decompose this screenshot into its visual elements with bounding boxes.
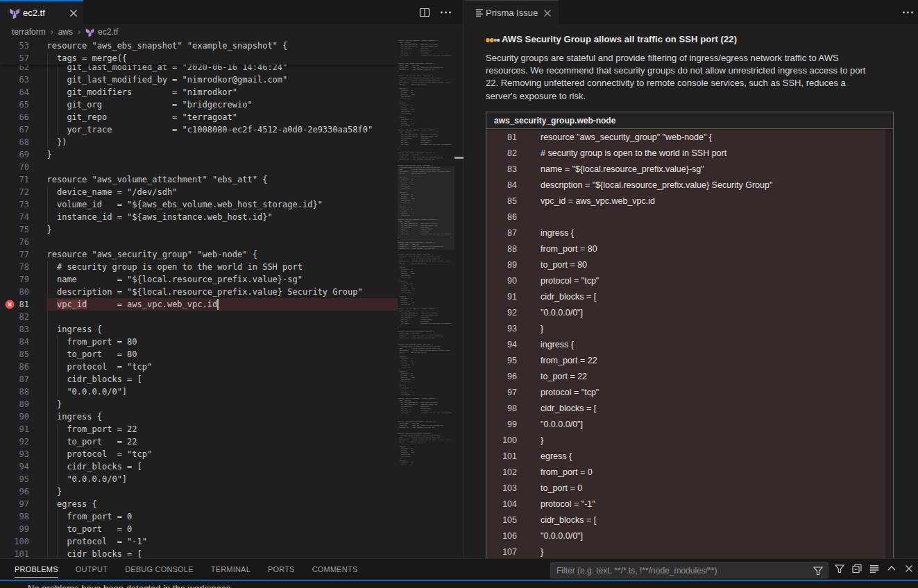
line-number: 76: [0, 236, 29, 248]
tab-close-icon[interactable]: [542, 8, 553, 19]
code-text: to_port = 0: [541, 481, 582, 496]
filter-funnel-icon[interactable]: [813, 565, 824, 576]
tab-ec2-tf[interactable]: ec2.tf: [0, 0, 83, 24]
line-number: 81: [486, 130, 517, 146]
code-line: 71resource "aws_volume_attachment" "ebs_…: [0, 173, 398, 186]
code-line: 95 "0.0.0.0/0"]: [0, 473, 398, 485]
line-number: 93: [0, 448, 29, 460]
code-line: 90 ingress {: [0, 410, 398, 423]
issue-code-line: 98cidr_blocks = [: [486, 401, 893, 417]
code-text: vpc_id = aws_vpc.web_vpc.id: [47, 298, 218, 311]
more-actions-icon[interactable]: [440, 7, 452, 18]
line-number: 92: [486, 305, 517, 321]
panel-tab-output[interactable]: OUTPUT: [76, 560, 108, 579]
tab-close-icon[interactable]: [68, 8, 79, 19]
line-number: 89: [486, 257, 517, 273]
close-panel-icon[interactable]: [903, 563, 915, 574]
code-line: 73 volume_id = "${aws_ebs_volume.web_hos…: [0, 198, 398, 211]
split-editor-icon[interactable]: [419, 7, 430, 18]
line-number: 63: [0, 74, 29, 86]
line-number: 88: [0, 386, 29, 398]
code-text: from_port = 0: [541, 465, 593, 481]
code-text: from_port = 80: [47, 336, 137, 348]
line-number: 65: [0, 98, 29, 111]
code-text: }: [47, 398, 62, 410]
view-as-table-icon[interactable]: [869, 563, 880, 574]
line-number: 71: [0, 173, 29, 186]
code-line: 89 }: [0, 398, 398, 410]
line-number: 90: [486, 273, 517, 289]
line-number: 104: [486, 496, 517, 512]
code-text: protocol = "tcp": [541, 273, 599, 289]
code-text: git_modifiers = "nimrodkor": [47, 86, 238, 98]
line-number: 98: [486, 401, 517, 417]
collapse-all-icon[interactable]: [851, 563, 862, 574]
code-text: "0.0.0.0/0"]: [541, 417, 583, 433]
line-number: 74: [0, 211, 29, 223]
code-line: 70: [0, 161, 398, 173]
line-number: 88: [486, 241, 517, 257]
code-text: "0.0.0.0/0"]: [541, 528, 583, 544]
code-text: }: [541, 544, 543, 558]
line-number: 84: [486, 178, 517, 193]
code-text: vpc_id = aws_vpc.web_vpc.id: [541, 193, 655, 209]
line-number: 73: [0, 198, 29, 211]
code-text: egress {: [47, 498, 97, 510]
chevron-right-icon: ›: [51, 27, 53, 37]
panel-tab-problems[interactable]: PROBLEMS: [15, 560, 58, 579]
code-text: git_repo = "terragoat": [47, 111, 238, 123]
code-line: 72 device_name = "/dev/sdh": [0, 186, 398, 198]
panel-tab-ports[interactable]: PORTS: [268, 560, 295, 579]
code-block-header: aws_security_group.web-node: [486, 112, 893, 129]
code-line: 67 yor_trace = "c1008080-ec2f-4512-a0d0-…: [0, 123, 398, 136]
panel-tab-debug-console[interactable]: DEBUG CONSOLE: [125, 560, 194, 579]
line-number: 84: [0, 336, 29, 348]
panel-tab-comments[interactable]: COMMENTS: [312, 560, 358, 579]
line-number: 72: [0, 186, 29, 198]
code-text: }: [541, 321, 543, 337]
more-actions-icon[interactable]: [902, 7, 914, 18]
code-editor[interactable]: 62 git_last_modified_at = "2020-06-16 14…: [0, 40, 464, 558]
problems-filter-input[interactable]: [556, 563, 806, 578]
prisma-dots-icon: [486, 36, 500, 44]
issue-code-line: 105cidr_blocks = [: [486, 512, 893, 528]
filter-icon[interactable]: [834, 563, 845, 574]
line-number: 94: [0, 460, 29, 473]
code-text: protocol = "tcp": [541, 385, 599, 401]
breadcrumb-file[interactable]: ec2.tf: [98, 27, 118, 37]
tab-label: ec2.tf: [23, 8, 45, 18]
tab-prisma-issue[interactable]: Prisma Issue: [464, 0, 559, 24]
issue-code-line: 101egress {: [486, 449, 893, 465]
code-text: resource "aws_security_group" "web-node"…: [541, 130, 712, 146]
code-text: from_port = 22: [541, 353, 597, 369]
issue-code-line: 89to_port = 80: [486, 257, 893, 273]
code-line: 93 protocol = "tcp": [0, 448, 398, 460]
code-text: name = "${local.resource_prefix.value}-s…: [541, 162, 704, 178]
line-number: 95: [486, 353, 517, 369]
breadcrumb-folder[interactable]: aws: [58, 27, 73, 37]
breadcrumb-folder[interactable]: terraform: [12, 27, 46, 37]
code-text: protocol = "-1": [47, 535, 148, 548]
maximize-panel-icon[interactable]: [886, 563, 897, 574]
problems-filter-box[interactable]: [550, 562, 828, 578]
issue-code-line: 81resource "aws_security_group" "web-nod…: [486, 130, 893, 146]
code-block-scrollbar[interactable]: [885, 130, 893, 558]
code-line: 66 git_repo = "terragoat": [0, 111, 398, 123]
minimap[interactable]: resource "aws_ebs_snapshot" "example_sna…: [398, 40, 454, 558]
code-text: to_port = 22: [541, 369, 587, 385]
code-text: from_port = 22: [47, 423, 137, 435]
code-text: description = "${local.resource_prefix.v…: [47, 286, 363, 298]
code-text: name = "${local.resource_prefix.value}-s…: [47, 273, 303, 286]
sticky-scroll: 53resource "aws_ebs_snapshot" "example_s…: [0, 40, 398, 64]
code-line: 64 git_modifiers = "nimrodkor": [0, 86, 398, 98]
issue-code-line: 96to_port = 22: [486, 369, 893, 385]
minimap-slider[interactable]: [398, 166, 454, 250]
panel-focus-border: [0, 580, 918, 581]
code-line: 92 to_port = 22: [0, 435, 398, 448]
panel-tab-terminal[interactable]: TERMINAL: [211, 560, 250, 579]
code-line: 81 vpc_id = aws_vpc.web_vpc.id: [0, 298, 398, 311]
issue-code-line: 93}: [486, 321, 893, 337]
overview-ruler[interactable]: [454, 40, 464, 558]
code-line: 69}: [0, 148, 398, 161]
prisma-issue-panel: Prisma Issue AWS Security Group allows a…: [464, 0, 918, 558]
